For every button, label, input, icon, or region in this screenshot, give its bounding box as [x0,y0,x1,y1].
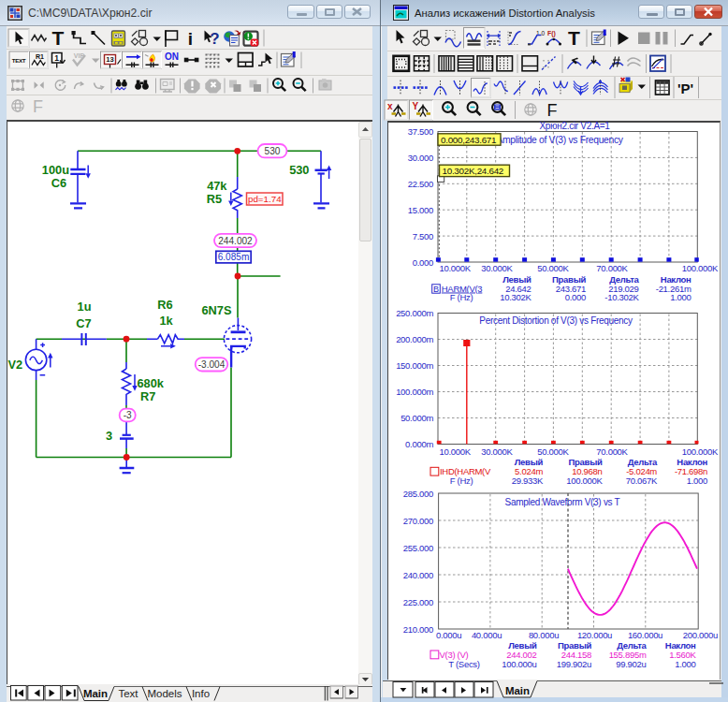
svg-text:Хрюн2.cir V2.A=1: Хрюн2.cir V2.A=1 [539,121,610,131]
svg-text:80.000u: 80.000u [529,630,559,640]
svg-text:29.933K: 29.933K [512,475,544,486]
svg-text:120.000u: 120.000u [577,630,612,640]
svg-text:F (Hz): F (Hz) [450,292,473,302]
svg-text:50.000K: 50.000K [537,446,569,457]
svg-text:Sampled Waveform V(3) vs T: Sampled Waveform V(3) vs T [505,497,620,507]
svg-text:0.000,243.671: 0.000,243.671 [441,135,497,145]
svg-text:30.000K: 30.000K [481,446,513,457]
svg-text:10.302K,24.642: 10.302K,24.642 [443,166,504,176]
svg-text:10.000K: 10.000K [440,446,472,457]
svg-text:100.000K: 100.000K [682,446,719,457]
svg-text:200.000m: 200.000m [396,334,433,344]
svg-text:37.500: 37.500 [408,126,433,137]
svg-text:150.000m: 150.000m [396,360,433,371]
svg-text:99.902u: 99.902u [616,659,646,669]
svg-text:0.000m: 0.000m [405,439,433,449]
svg-text:160.000u: 160.000u [628,630,662,640]
svg-text:0.000: 0.000 [565,292,586,302]
svg-text:T (Secs): T (Secs) [448,659,479,669]
svg-text:40.000u: 40.000u [472,630,502,640]
svg-text:285.000: 285.000 [403,489,433,499]
svg-text:10.000K: 10.000K [440,263,472,273]
svg-text:30.000K: 30.000K [481,263,513,273]
svg-text:70.000K: 70.000K [596,446,628,457]
svg-text:100.000u: 100.000u [502,659,536,669]
svg-text:200.000u: 200.000u [683,630,718,640]
svg-text:1.000: 1.000 [687,475,707,486]
svg-text:F (Hz): F (Hz) [450,475,473,486]
svg-text:255.000: 255.000 [403,543,433,553]
svg-text:Main: Main [505,685,530,696]
svg-text:0.000: 0.000 [413,257,433,268]
svg-text:0.000u: 0.000u [436,630,461,640]
svg-text:270.000: 270.000 [403,516,433,526]
svg-text:50.000m: 50.000m [400,413,433,423]
svg-text:50.000K: 50.000K [537,263,569,273]
svg-text:7.500: 7.500 [413,231,433,241]
svg-text:100.000K: 100.000K [682,263,719,273]
svg-text:B: B [433,285,439,294]
svg-text:100.000K: 100.000K [566,475,603,486]
svg-text:70.067K: 70.067K [626,475,658,486]
svg-text:240.000: 240.000 [403,570,433,580]
svg-text:199.902u: 199.902u [557,659,591,669]
svg-text:10.302K: 10.302K [500,292,531,302]
svg-text:Percent Distortion of V(3) vs: Percent Distortion of V(3) vs Frequency [479,315,633,326]
svg-text:225.000: 225.000 [403,597,433,607]
svg-text:1.000: 1.000 [670,292,691,302]
svg-text:-10.302K: -10.302K [604,292,639,302]
svg-text:15.000: 15.000 [408,205,433,215]
svg-text:100.000m: 100.000m [396,387,433,397]
svg-text:22.500: 22.500 [408,179,433,189]
svg-text:250.000m: 250.000m [396,308,433,318]
svg-text:1.000: 1.000 [675,659,695,669]
svg-text:210.000: 210.000 [403,624,433,635]
svg-text:Amplitude of V(3) vs Frequency: Amplitude of V(3) vs Frequency [496,135,623,145]
svg-text:30.000: 30.000 [408,153,433,163]
svg-text:70.000K: 70.000K [596,263,628,273]
